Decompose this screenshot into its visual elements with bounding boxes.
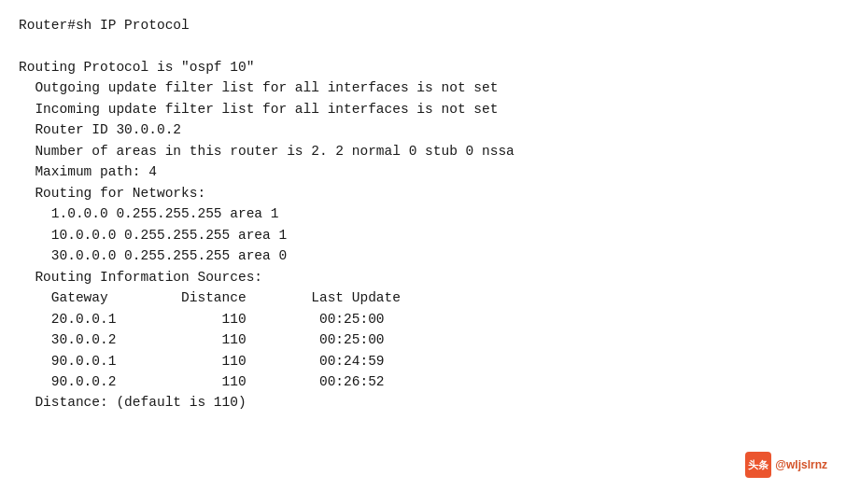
terminal-output: Router#sh IP Protocol Routing Protocol i… [19, 15, 827, 413]
watermark-text: @wljslrnz [775, 458, 827, 471]
terminal-window: Router#sh IP Protocol Routing Protocol i… [0, 0, 846, 504]
watermark-icon-text: 头条 [748, 458, 768, 472]
watermark-icon: 头条 [745, 452, 771, 478]
watermark: 头条 @wljslrnz [745, 452, 827, 478]
